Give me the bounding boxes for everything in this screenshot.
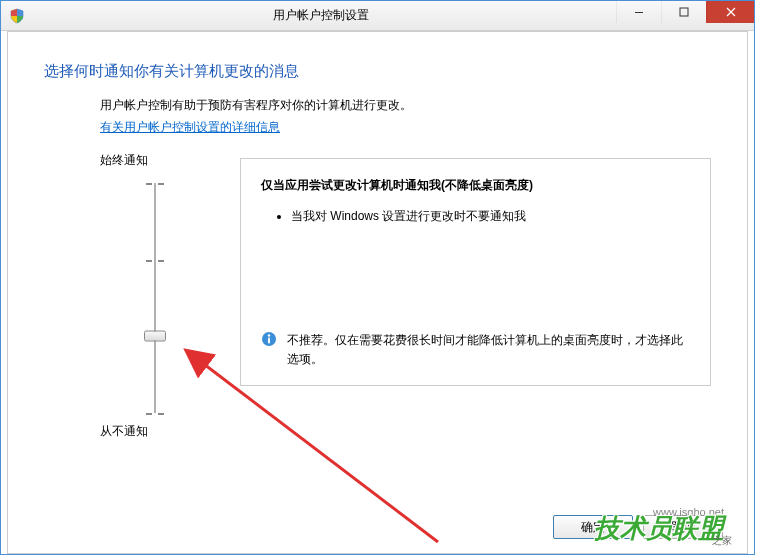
slider-tick xyxy=(146,413,164,415)
window-title: 用户帐户控制设置 xyxy=(25,7,616,24)
window-controls xyxy=(616,1,754,30)
slider-thumb[interactable] xyxy=(144,331,166,342)
detail-note: 不推荐。仅在需要花费很长时间才能降低计算机上的桌面亮度时，才选择此选项。 xyxy=(261,331,690,369)
info-icon xyxy=(261,331,277,347)
svg-rect-0 xyxy=(635,12,643,13)
detail-box: 仅当应用尝试更改计算机时通知我(不降低桌面亮度) 当我对 Windows 设置进… xyxy=(240,158,711,386)
slider-tick xyxy=(146,183,164,185)
shield-icon xyxy=(9,8,25,24)
description-text: 用户帐户控制有助于预防有害程序对你的计算机进行更改。 xyxy=(100,95,711,117)
page-heading: 选择何时通知你有关计算机更改的消息 xyxy=(44,62,711,81)
detail-note-text: 不推荐。仅在需要花费很长时间才能降低计算机上的桌面亮度时，才选择此选项。 xyxy=(287,331,690,369)
uac-settings-window: 用户帐户控制设置 选择何时通知你有关计算机更改的消息 用户帐户控制有助于预防有害… xyxy=(0,0,755,555)
detail-title: 仅当应用尝试更改计算机时通知我(不降低桌面亮度) xyxy=(261,177,690,194)
more-info-link[interactable]: 有关用户帐户控制设置的详细信息 xyxy=(100,120,280,134)
content-panel: 选择何时通知你有关计算机更改的消息 用户帐户控制有助于预防有害程序对你的计算机进… xyxy=(7,31,748,554)
svg-rect-1 xyxy=(680,8,688,16)
titlebar: 用户帐户控制设置 xyxy=(1,1,754,31)
slider-label-never: 从不通知 xyxy=(100,423,148,440)
slider-tick xyxy=(146,260,164,262)
dialog-buttons: 确定 取消 xyxy=(553,515,723,539)
minimize-button[interactable] xyxy=(616,1,661,23)
maximize-button[interactable] xyxy=(661,1,706,23)
slider-column: 始终通知 从不通知 xyxy=(100,152,210,440)
svg-point-3 xyxy=(268,334,270,336)
cancel-button[interactable]: 取消 xyxy=(643,515,723,539)
detail-bullet: 当我对 Windows 设置进行更改时不要通知我 xyxy=(291,208,690,225)
slider-track xyxy=(154,183,156,413)
description-block: 用户帐户控制有助于预防有害程序对你的计算机进行更改。 有关用户帐户控制设置的详细… xyxy=(100,95,711,138)
svg-rect-4 xyxy=(268,337,270,343)
detail-list: 当我对 Windows 设置进行更改时不要通知我 xyxy=(291,208,690,225)
slider-area: 始终通知 从不通知 仅当应用尝试更改计算机时通知我(不降低桌面亮度) 当我对 W… xyxy=(100,152,711,440)
ok-button[interactable]: 确定 xyxy=(553,515,633,539)
notification-slider[interactable] xyxy=(135,183,175,413)
slider-label-always: 始终通知 xyxy=(100,152,148,169)
close-button[interactable] xyxy=(706,1,754,23)
